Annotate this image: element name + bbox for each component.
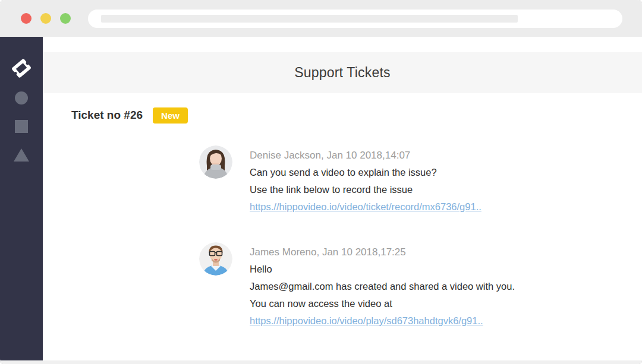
sidebar <box>0 37 43 360</box>
browser-titlebar <box>0 0 642 37</box>
url-bar[interactable] <box>88 10 622 28</box>
app-body: Support Tickets Ticket no #26 New <box>0 37 642 360</box>
window-controls <box>21 13 71 24</box>
play-video-link[interactable]: https.//hippovideo.io/video/play/sd673ha… <box>250 312 483 330</box>
page-title: Support Tickets <box>43 52 642 93</box>
message-body: James Moreno, Jan 10 2018,17:25 Hello Ja… <box>250 242 515 330</box>
ticket-title-row: Ticket no #26 New <box>71 107 642 124</box>
minimize-button[interactable] <box>40 13 51 24</box>
sidebar-item-square[interactable] <box>0 116 43 137</box>
ticket-panel: Ticket no #26 New <box>43 93 642 330</box>
close-button[interactable] <box>21 13 32 24</box>
triangle-icon <box>14 148 29 162</box>
square-icon <box>15 120 28 133</box>
circle-icon <box>15 91 28 105</box>
avatar-denise <box>199 145 232 179</box>
browser-window: Support Tickets Ticket no #26 New <box>0 0 642 364</box>
sidebar-item-triangle[interactable] <box>0 145 43 165</box>
message-line: Can you send a video to explain the issu… <box>250 164 482 181</box>
avatar-james <box>199 242 232 276</box>
top-strip <box>43 37 642 52</box>
url-placeholder-bar <box>101 15 518 23</box>
message-line: Hello <box>250 261 515 278</box>
ticket-icon <box>12 59 31 80</box>
ticket-title: Ticket no #26 <box>71 109 143 122</box>
message-line: You can now access the video at <box>250 295 515 312</box>
message-meta: James Moreno, Jan 10 2018,17:25 <box>250 243 515 261</box>
message-denise: Denise Jackson, Jan 10 2018,14:07 Can yo… <box>199 145 642 216</box>
status-badge: New <box>153 107 188 124</box>
main-content: Support Tickets Ticket no #26 New <box>43 37 642 360</box>
message-line: James@gmail.com has created and shared a… <box>250 278 515 295</box>
message-meta: Denise Jackson, Jan 10 2018,14:07 <box>250 147 482 164</box>
window-bottom-edge <box>0 360 642 364</box>
message-line: Use the link below to record the issue <box>250 181 482 198</box>
sidebar-item-tickets[interactable] <box>0 59 43 80</box>
record-video-link[interactable]: https.//hippovideo.io/video/ticket/recor… <box>250 198 482 216</box>
message-body: Denise Jackson, Jan 10 2018,14:07 Can yo… <box>250 145 482 216</box>
maximize-button[interactable] <box>60 13 71 24</box>
message-james: James Moreno, Jan 10 2018,17:25 Hello Ja… <box>199 242 642 330</box>
sidebar-item-circle[interactable] <box>0 88 43 108</box>
